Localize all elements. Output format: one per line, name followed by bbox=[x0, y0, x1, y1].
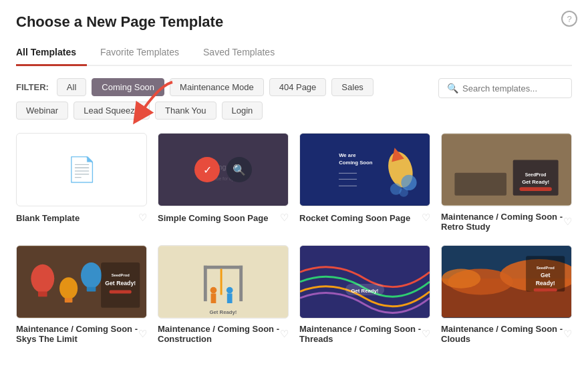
tab-saved-templates[interactable]: Saved Templates bbox=[203, 41, 285, 66]
template-footer-construction: Maintenance / Coming Soon - Construction… bbox=[158, 324, 289, 344]
template-card-blank[interactable]: 📄 ✓ 🔍 Blank Template ♡ bbox=[16, 133, 147, 232]
select-threads-btn[interactable]: ✓ bbox=[336, 269, 361, 295]
search-icon: 🔍 bbox=[447, 83, 458, 93]
filter-btn-thank-you[interactable]: Thank You bbox=[155, 102, 216, 120]
template-name-skys: Maintenance / Coming Soon - Skys The Lim… bbox=[16, 324, 138, 344]
preview-simple-btn[interactable]: 🔍 bbox=[227, 157, 252, 182]
filter-btn-lead-squeeze[interactable]: Lead Squeeze bbox=[74, 102, 150, 120]
preview-rocket-btn[interactable]: 🔍 bbox=[368, 157, 394, 182]
page-container: ? Choose a New Page Template All Templat… bbox=[0, 0, 588, 357]
select-skys-btn[interactable]: ✓ bbox=[53, 269, 78, 295]
preview-threads-btn[interactable]: 🔍 bbox=[368, 269, 394, 295]
favorite-rocket-icon[interactable]: ♡ bbox=[422, 212, 430, 224]
template-card-clouds[interactable]: SeedProd Get Ready! ✓ 🔍 Maintenance / Co… bbox=[441, 245, 572, 344]
tabs-container: All Templates Favorite Templates Saved T… bbox=[16, 41, 572, 66]
template-card-skys[interactable]: SeedProd Get Ready! ✓ 🔍 Maintenance / Co… bbox=[16, 245, 147, 344]
template-footer-simple: Simple Coming Soon Page ♡ bbox=[158, 212, 289, 224]
filter-row-1: FILTER: All Coming Soon Maintenance Mode… bbox=[16, 78, 374, 96]
favorite-clouds-icon[interactable]: ♡ bbox=[563, 328, 572, 340]
thumb-overlay-simple: ✓ 🔍 bbox=[158, 134, 288, 206]
preview-clouds-btn[interactable]: 🔍 bbox=[510, 269, 535, 295]
favorite-construction-icon[interactable]: ♡ bbox=[280, 328, 289, 340]
template-name-threads: Maintenance / Coming Soon - Threads bbox=[299, 324, 422, 344]
template-name-rocket: Rocket Coming Soon Page bbox=[299, 213, 422, 223]
favorite-retro-icon[interactable]: ♡ bbox=[563, 216, 572, 228]
select-blank-btn[interactable]: ✓ bbox=[53, 157, 78, 182]
filter-btn-coming-soon[interactable]: Coming Soon bbox=[92, 78, 164, 96]
template-footer-rocket: Rocket Coming Soon Page ♡ bbox=[299, 212, 430, 224]
filter-btn-login[interactable]: Login bbox=[222, 102, 263, 120]
template-footer-clouds: Maintenance / Coming Soon - Clouds ♡ bbox=[441, 324, 572, 344]
template-card-simple[interactable]: Coming Soon Subscribe for updates ✓ 🔍 Si… bbox=[158, 133, 289, 232]
preview-construction-btn[interactable]: 🔍 bbox=[227, 269, 252, 295]
search-input[interactable] bbox=[462, 83, 563, 93]
filter-btn-webinar[interactable]: Webinar bbox=[16, 102, 68, 120]
preview-retro-btn[interactable]: 🔍 bbox=[510, 157, 535, 182]
select-simple-btn[interactable]: ✓ bbox=[194, 157, 220, 182]
select-retro-btn[interactable]: ✓ bbox=[478, 157, 503, 182]
favorite-skys-icon[interactable]: ♡ bbox=[138, 328, 147, 340]
template-name-blank: Blank Template bbox=[16, 213, 138, 223]
favorite-simple-icon[interactable]: ♡ bbox=[280, 212, 289, 224]
template-card-construction[interactable]: Get Ready! ✓ 🔍 Maintenance / Coming Soon… bbox=[158, 245, 289, 344]
template-card-retro[interactable]: SeedProd Get Ready! ✓ 🔍 Maintenance / Co… bbox=[441, 133, 572, 232]
search-box: 🔍 bbox=[438, 78, 572, 98]
preview-blank-btn[interactable]: 🔍 bbox=[85, 157, 110, 182]
favorite-threads-icon[interactable]: ♡ bbox=[422, 328, 430, 340]
template-thumb-skys: SeedProd Get Ready! ✓ 🔍 bbox=[16, 245, 147, 319]
filter-label: FILTER: bbox=[16, 82, 49, 92]
select-construction-btn[interactable]: ✓ bbox=[194, 269, 220, 295]
tab-favorite-templates[interactable]: Favorite Templates bbox=[100, 41, 190, 66]
template-name-construction: Maintenance / Coming Soon - Construction bbox=[158, 324, 280, 344]
template-name-simple: Simple Coming Soon Page bbox=[158, 213, 280, 223]
template-thumb-construction: Get Ready! ✓ 🔍 bbox=[158, 245, 289, 319]
tab-all-templates[interactable]: All Templates bbox=[16, 41, 87, 66]
template-thumb-blank: 📄 ✓ 🔍 bbox=[16, 133, 147, 206]
select-clouds-btn[interactable]: ✓ bbox=[478, 269, 503, 295]
templates-grid: 📄 ✓ 🔍 Blank Template ♡ Coming Soon Subsc… bbox=[16, 133, 572, 344]
template-footer-threads: Maintenance / Coming Soon - Threads ♡ bbox=[299, 324, 430, 344]
template-thumb-rocket: We are Coming Soon ━━━━━━━━━ ━━━━━━━━━ ━… bbox=[299, 133, 430, 206]
template-thumb-retro: SeedProd Get Ready! ✓ 🔍 bbox=[441, 133, 572, 206]
template-footer-retro: Maintenance / Coming Soon - Retro Study … bbox=[441, 212, 572, 232]
filter-section: FILTER: All Coming Soon Maintenance Mode… bbox=[16, 78, 374, 120]
select-rocket-btn[interactable]: ✓ bbox=[336, 157, 361, 182]
template-footer-blank: Blank Template ♡ bbox=[16, 212, 147, 224]
preview-skys-btn[interactable]: 🔍 bbox=[85, 269, 110, 295]
filter-search-row: FILTER: All Coming Soon Maintenance Mode… bbox=[16, 78, 572, 120]
template-card-rocket[interactable]: We are Coming Soon ━━━━━━━━━ ━━━━━━━━━ ━… bbox=[299, 133, 430, 232]
page-title: Choose a New Page Template bbox=[16, 13, 572, 31]
template-thumb-threads: Get Ready! ✓ 🔍 bbox=[299, 245, 430, 319]
template-thumb-clouds: SeedProd Get Ready! ✓ 🔍 bbox=[441, 245, 572, 319]
filter-row-2: Webinar Lead Squeeze Thank You Login bbox=[16, 102, 374, 120]
template-name-retro: Maintenance / Coming Soon - Retro Study bbox=[441, 212, 563, 232]
help-icon[interactable]: ? bbox=[561, 11, 577, 27]
filter-btn-404[interactable]: 404 Page bbox=[269, 78, 327, 96]
favorite-blank-icon[interactable]: ♡ bbox=[138, 212, 147, 224]
filter-btn-all[interactable]: All bbox=[57, 78, 86, 96]
filter-btn-maintenance[interactable]: Maintenance Mode bbox=[170, 78, 264, 96]
filter-btn-sales[interactable]: Sales bbox=[331, 78, 374, 96]
template-thumb-simple: Coming Soon Subscribe for updates ✓ 🔍 bbox=[158, 133, 289, 206]
template-name-clouds: Maintenance / Coming Soon - Clouds bbox=[441, 324, 563, 344]
template-footer-skys: Maintenance / Coming Soon - Skys The Lim… bbox=[16, 324, 147, 344]
template-card-threads[interactable]: Get Ready! ✓ 🔍 Maintenance / Coming Soon… bbox=[299, 245, 430, 344]
